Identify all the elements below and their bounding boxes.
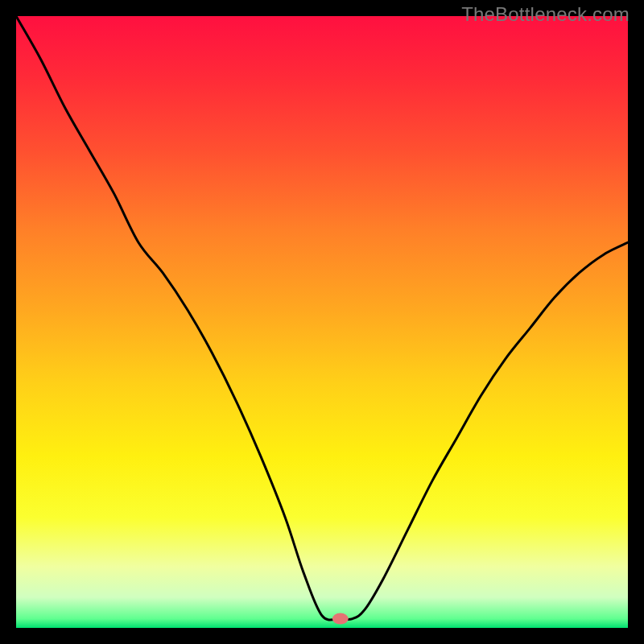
watermark-text: TheBottleneck.com bbox=[461, 3, 630, 26]
minimum-marker bbox=[332, 613, 349, 625]
plot-area bbox=[16, 16, 628, 628]
chart-container: TheBottleneck.com bbox=[0, 0, 644, 644]
chart-svg bbox=[16, 16, 628, 628]
